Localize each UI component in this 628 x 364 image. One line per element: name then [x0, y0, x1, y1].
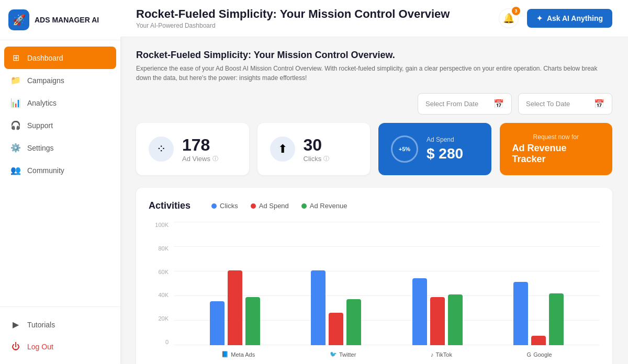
sidebar-label-settings: Settings	[27, 144, 54, 152]
legend-adspend: Ad Spend	[251, 202, 289, 210]
bar-adrevenue-0	[245, 297, 260, 345]
x-label-twitter: 🐦 Twitter	[330, 351, 356, 358]
x-label-tiktok: ♪ TikTok	[431, 351, 452, 358]
campaigns-icon: 📁	[10, 75, 21, 85]
activities-header: Activities Clicks Ad Spend Ad Revenue	[149, 200, 600, 211]
bar-clicks-3	[513, 282, 528, 345]
ad-views-label: Ad Views ⓘ	[182, 155, 218, 163]
ask-ai-icon: ✦	[536, 14, 543, 22]
sidebar-item-dashboard[interactable]: ⊞ Dashboard	[4, 47, 116, 69]
bar-adrevenue-1	[346, 299, 361, 345]
clicks-info-icon[interactable]: ⓘ	[323, 155, 329, 163]
logo-text: ADS MANAGER AI	[35, 16, 99, 25]
ad-spend-value: $ 280	[427, 145, 463, 162]
legend-dot-clicks	[211, 203, 217, 209]
sidebar-item-settings[interactable]: ⚙️ Settings	[0, 136, 120, 159]
sidebar-item-logout[interactable]: ⏻ Log Out	[0, 336, 120, 358]
sidebar-label-support: Support	[27, 121, 53, 130]
x-label-google: G Google	[527, 351, 552, 358]
bar-clicks-0	[210, 301, 225, 345]
main-content: Rocket-Fueled Simplicity: Your Mission C…	[120, 0, 628, 364]
sidebar-item-support[interactable]: 🎧 Support	[0, 114, 120, 136]
sidebar-nav: ⊞ Dashboard 📁 Campaigns 📊 Analytics 🎧 Su…	[0, 40, 120, 306]
page-title: Rocket-Fueled Simplicity: Your Mission C…	[136, 50, 612, 61]
legend-label-adrevenue: Ad Revenue	[310, 202, 347, 210]
platform-icon-0: 📘	[221, 351, 229, 358]
notification-button[interactable]: 🔔 3	[499, 8, 519, 28]
sidebar-label-analytics: Analytics	[27, 99, 57, 107]
support-icon: 🎧	[10, 120, 21, 130]
ad-spend-badge: +5%	[399, 146, 410, 152]
ad-views-info-icon[interactable]: ⓘ	[212, 155, 218, 163]
bar-clicks-1	[311, 270, 326, 345]
sidebar-item-analytics[interactable]: 📊 Analytics	[0, 92, 120, 114]
analytics-icon: 📊	[10, 98, 21, 108]
platform-icon-1: 🐦	[330, 351, 337, 358]
ask-ai-button[interactable]: ✦ Ask AI Anything	[527, 9, 612, 28]
header-titles: Rocket-Fueled Simplicity: Your Mission C…	[136, 7, 450, 29]
community-icon: 👥	[10, 165, 21, 175]
x-label-meta-ads: 📘 Meta Ads	[221, 351, 255, 358]
bar-group-meta-ads	[210, 270, 260, 345]
chart-bars	[174, 222, 600, 345]
activities-section: Activities Clicks Ad Spend Ad Revenue 10…	[136, 188, 612, 364]
ad-spend-info: Ad Spend $ 280	[427, 136, 463, 162]
ad-spend-label: Ad Spend	[427, 136, 463, 143]
activities-title: Activities	[149, 200, 190, 211]
legend-label-adspend: Ad Spend	[259, 202, 289, 210]
bar-clicks-2	[412, 278, 427, 345]
bar-group-tiktok	[412, 278, 463, 345]
ad-views-value: 178	[182, 135, 218, 155]
clicks-value: 30	[304, 135, 330, 155]
ad-views-icon: ⁘	[149, 136, 174, 162]
bar-adspend-1	[329, 313, 343, 345]
chart-y-labels: 100K 80K 60K 40K 20K 0	[149, 222, 172, 345]
legend-adrevenue: Ad Revenue	[301, 202, 347, 210]
sidebar-item-community[interactable]: 👥 Community	[0, 159, 120, 181]
ad-spend-card: +5% Ad Spend $ 280	[378, 123, 491, 175]
clicks-label: Clicks ⓘ	[304, 155, 330, 163]
calendar-icon-from: 📅	[494, 99, 504, 109]
sidebar-item-campaigns[interactable]: 📁 Campaigns	[0, 69, 120, 92]
bar-adrevenue-2	[448, 294, 463, 345]
from-date-picker[interactable]: Select From Date 📅	[418, 93, 512, 115]
stats-row: ⁘ 178 Ad Views ⓘ ⬆ 30 Clicks ⓘ	[136, 123, 612, 175]
chart-grid: 📘 Meta Ads🐦 Twitter♪ TikTokG Google	[174, 222, 600, 358]
notification-badge: 3	[512, 7, 520, 15]
ad-revenue-tracker-card[interactable]: Request now for Ad Revenue Tracker	[500, 123, 613, 175]
legend-dot-adspend	[251, 203, 256, 209]
bar-group-google	[513, 282, 564, 345]
logo-icon: 🚀	[8, 9, 29, 30]
ad-views-data: 178 Ad Views ⓘ	[182, 135, 218, 163]
clicks-card: ⬆ 30 Clicks ⓘ	[257, 123, 371, 175]
clicks-icon: ⬆	[270, 136, 295, 162]
ask-ai-label: Ask AI Anything	[547, 14, 603, 22]
header-subtitle: Your AI-Powered Dashboard	[136, 22, 450, 29]
content-area: Rocket-Fueled Simplicity: Your Mission C…	[120, 37, 628, 364]
ad-revenue-request-label: Request now for	[533, 133, 579, 141]
sidebar-label-logout: Log Out	[27, 343, 53, 351]
legend-label-clicks: Clicks	[220, 202, 238, 210]
header-title: Rocket-Fueled Simplicity: Your Mission C…	[136, 7, 450, 21]
from-date-label: Select From Date	[425, 100, 478, 108]
bar-adspend-0	[228, 270, 242, 345]
bar-adspend-2	[430, 297, 445, 345]
dashboard-icon: ⊞	[10, 53, 21, 63]
sidebar-label-dashboard: Dashboard	[27, 54, 63, 62]
ad-views-card: ⁘ 178 Ad Views ⓘ	[136, 123, 249, 175]
date-row: Select From Date 📅 Select To Date 📅	[136, 93, 612, 115]
header-right: 🔔 3 ✦ Ask AI Anything	[499, 8, 612, 28]
page-description: Experience the ease of your Ad Boost AI …	[136, 64, 612, 83]
sidebar-label-tutorials: Tutorials	[27, 321, 55, 329]
sidebar-label-campaigns: Campaigns	[27, 76, 64, 85]
chart-x-labels: 📘 Meta Ads🐦 Twitter♪ TikTokG Google	[174, 349, 600, 358]
ad-revenue-title: Ad Revenue Tracker	[512, 143, 600, 165]
settings-icon: ⚙️	[10, 143, 21, 153]
platform-icon-3: G	[527, 351, 532, 358]
header: Rocket-Fueled Simplicity: Your Mission C…	[120, 0, 628, 37]
sidebar-label-community: Community	[27, 166, 64, 175]
sidebar: 🚀 ADS MANAGER AI ⊞ Dashboard 📁 Campaigns…	[0, 0, 120, 364]
to-date-picker[interactable]: Select To Date 📅	[518, 93, 612, 115]
ad-spend-circle: +5%	[391, 135, 418, 163]
sidebar-item-tutorials[interactable]: ▶ Tutorials	[0, 313, 120, 336]
